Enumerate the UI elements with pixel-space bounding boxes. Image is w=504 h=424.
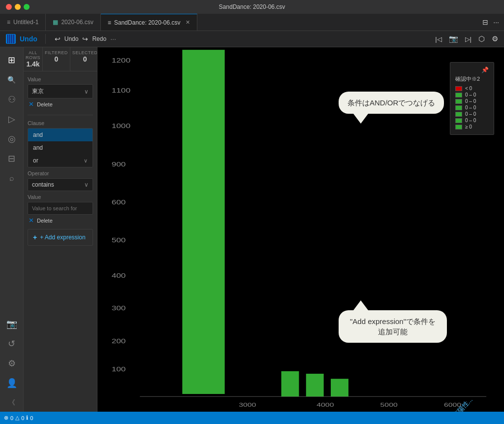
filter-content: Value 東京 ∨ ✕ Delete Clause (24, 71, 97, 412)
info-icon: ℹ (26, 415, 28, 421)
tab-csv-label: 2020-06.csv (61, 19, 93, 26)
last-frame-icon[interactable]: ▷| (465, 35, 472, 43)
filter1-value-select[interactable]: 東京 ∨ (28, 84, 93, 98)
legend-label-1: 0 – 0 (465, 92, 476, 98)
svg-text:300: 300 (112, 305, 126, 312)
filter1-delete-btn[interactable]: ✕ Delete (28, 98, 93, 110)
svg-text:600: 600 (112, 198, 126, 205)
tab-untitled[interactable]: ≡ Untitled-1 (0, 14, 46, 31)
clause-option-and2[interactable]: and (28, 141, 93, 154)
toolbar-more-icon[interactable]: ··· (110, 35, 116, 43)
add-expression-plus-icon: + (33, 233, 37, 241)
svg-rect-13 (306, 374, 324, 396)
statusbar: ⊗ 0 △ 0 ℹ 0 (0, 412, 504, 424)
clause-dropdown[interactable]: and and or ∨ (28, 128, 93, 167)
legend-color-6 (455, 125, 462, 130)
tab-csv-icon: ▦ (53, 19, 58, 26)
filter1-chevron-icon: ∨ (84, 88, 89, 95)
filter2-delete-btn[interactable]: ✕ Delete (28, 215, 93, 226)
clause-option-and-label: and (33, 131, 43, 138)
chart-area: 1200 1100 1000 900 600 500 400 300 200 1… (97, 47, 504, 412)
legend-color-4 (455, 112, 462, 117)
first-frame-icon[interactable]: |◁ (435, 35, 441, 43)
add-expression-label: + Add expression (40, 234, 85, 241)
error-count: 0 (10, 415, 13, 421)
tab-sanddance[interactable]: ≡ SandDance: 2020-06.csv ✕ (101, 14, 197, 31)
more-actions-icon[interactable]: ··· (493, 18, 499, 26)
activity-palette-icon[interactable]: ◎ (3, 130, 21, 148)
legend-color-1 (455, 93, 462, 98)
svg-text:900: 900 (112, 161, 126, 167)
svg-rect-14 (331, 379, 348, 396)
svg-text:1200: 1200 (112, 57, 130, 64)
maximize-dot[interactable] (24, 4, 30, 10)
camera-icon[interactable]: 📷 (449, 34, 458, 43)
activity-camera-icon[interactable]: 📷 (3, 315, 21, 333)
activity-files-icon[interactable]: ⊞ (3, 51, 21, 69)
activity-magnify-icon[interactable]: ⌕ (3, 169, 21, 187)
info-count: 0 (30, 415, 33, 421)
filter2-delete-x-icon: ✕ (29, 217, 34, 224)
filter2-operator-chevron-icon: ∨ (84, 181, 89, 188)
statusbar-errors[interactable]: ⊗ 0 △ 0 ℹ 0 (4, 415, 33, 421)
legend-item-0: < 0 (455, 86, 489, 91)
tab-sanddance-close[interactable]: ✕ (186, 19, 190, 26)
activity-source-icon[interactable]: ⚇ (3, 91, 21, 108)
filter2-operator-select[interactable]: contains ∨ (28, 178, 93, 191)
clause-option-or[interactable]: or ∨ (28, 154, 93, 167)
legend-item-5: 0 – 0 (455, 118, 489, 123)
legend-title: 確認中※2 (455, 75, 489, 83)
legend-color-2 (455, 99, 462, 104)
svg-text:1000: 1000 (112, 123, 130, 130)
filter2-section: Clause and and or ∨ (28, 120, 93, 226)
legend-label-0: < 0 (465, 86, 472, 91)
window-controls (6, 4, 30, 10)
legend-item-6: ≥ 0 (455, 124, 489, 130)
window-title: SandDance: 2020-06.csv (219, 3, 285, 10)
undo-button[interactable]: Undo (64, 35, 79, 42)
activity-run-icon[interactable]: ▷ (3, 110, 21, 128)
separator1 (28, 115, 93, 115)
all-rows-stat: ALL ROWS 1.4k (24, 47, 43, 71)
svg-text:3000: 3000 (239, 402, 256, 408)
legend: 📌 確認中※2 < 0 0 – 0 0 – 0 0 – 0 (450, 62, 494, 135)
split-editor-icon[interactable]: ⊟ (482, 18, 488, 26)
tab-sanddance-icon: ≡ (108, 19, 111, 26)
bubble-bottom: "Add expression"で条件を追加可能 (339, 310, 447, 343)
tab-untitled-icon: ≡ (7, 19, 10, 26)
close-dot[interactable] (6, 4, 12, 10)
activity-gear-icon[interactable]: ⚙ (3, 355, 21, 372)
legend-item-2: 0 – 0 (455, 98, 489, 104)
redo-icon: ↪ (82, 35, 88, 43)
legend-color-3 (455, 105, 462, 110)
svg-text:400: 400 (112, 272, 126, 279)
clause-option-and-selected[interactable]: and (28, 129, 93, 141)
activity-person-icon[interactable]: 👤 (3, 374, 21, 392)
activity-search-icon[interactable]: 🔍 (3, 71, 21, 89)
svg-text:5000: 5000 (380, 402, 398, 408)
legend-item-1: 0 – 0 (455, 92, 489, 98)
activity-blocks-icon[interactable]: ⊟ (3, 150, 21, 167)
activity-bar: ⊞ 🔍 ⚇ ▷ ◎ ⊟ ⌕ 📷 ↺ ⚙ 👤 《 (0, 47, 24, 412)
redo-button[interactable]: Redo (92, 35, 106, 42)
svg-text:100: 100 (112, 365, 126, 372)
settings-icon[interactable]: ⚙ (492, 34, 498, 43)
svg-text:4000: 4000 (316, 402, 334, 408)
filter1-value-label: Value (28, 76, 93, 82)
activity-history-icon[interactable]: ↺ (3, 335, 21, 353)
activity-chevron-icon[interactable]: 《 (3, 394, 21, 412)
add-expression-btn[interactable]: + + Add expression (28, 229, 93, 246)
tab-untitled-label: Untitled-1 (13, 19, 38, 26)
3d-icon[interactable]: ⬡ (478, 34, 485, 43)
filtered-stat: FILTERED 0 (43, 47, 70, 71)
minimize-dot[interactable] (15, 4, 21, 10)
filter2-delete-label: Delete (37, 218, 53, 224)
legend-label-6: ≥ 0 (465, 124, 472, 130)
filter2-value-input[interactable] (28, 202, 93, 215)
legend-label-5: 0 – 0 (465, 118, 476, 123)
svg-text:1100: 1100 (112, 87, 130, 94)
legend-label-4: 0 – 0 (465, 111, 476, 117)
tab-csv[interactable]: ▦ 2020-06.csv (46, 14, 100, 31)
tab-sanddance-label: SandDance: 2020-06.csv (114, 19, 181, 26)
undo-icon: ↩ (55, 35, 61, 43)
